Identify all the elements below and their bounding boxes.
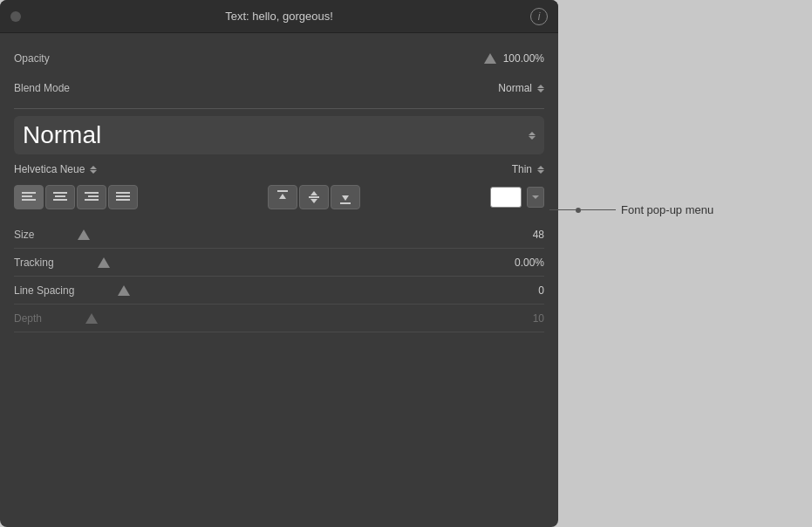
- svg-rect-9: [116, 192, 130, 194]
- size-label-area: Size: [14, 229, 90, 241]
- window-title: Text: hello, gorgeous!: [225, 10, 333, 23]
- font-weight-selector[interactable]: Thin: [512, 163, 544, 175]
- info-button[interactable]: i: [530, 8, 548, 25]
- line-spacing-value: 0: [538, 284, 544, 297]
- valign-bottom-icon: [338, 190, 352, 204]
- svg-rect-14: [309, 196, 319, 198]
- blend-mode-label: Blend Mode: [14, 82, 70, 94]
- svg-rect-2: [22, 199, 36, 201]
- align-justify-icon: [116, 191, 130, 203]
- font-family-arrow-down: [90, 170, 97, 174]
- svg-rect-10: [116, 195, 130, 197]
- depth-label-area: Depth: [14, 312, 98, 325]
- svg-rect-3: [53, 192, 67, 194]
- valign-middle-icon: [307, 190, 321, 204]
- alignment-row: [14, 184, 544, 210]
- font-weight-value: Thin: [512, 163, 532, 175]
- font-style-arrow-down: [529, 136, 536, 140]
- font-style-arrows[interactable]: [529, 132, 536, 140]
- font-style-value: Normal: [23, 121, 101, 149]
- svg-marker-18: [342, 195, 349, 201]
- font-family-arrows: [90, 166, 97, 174]
- svg-rect-6: [85, 192, 99, 194]
- depth-label: Depth: [14, 312, 42, 325]
- annotation-text: Font pop-up menu: [621, 203, 713, 216]
- svg-rect-17: [340, 202, 351, 204]
- tracking-value: 0.00%: [515, 257, 544, 269]
- color-swatch[interactable]: [490, 187, 522, 208]
- svg-rect-7: [88, 195, 99, 197]
- font-weight-arrows: [537, 166, 544, 174]
- font-family-name: Helvetica Neue: [14, 163, 85, 175]
- size-slider-handle[interactable]: [78, 229, 90, 240]
- blend-mode-select[interactable]: Normal: [498, 82, 544, 94]
- font-style-arrow-up: [529, 132, 536, 135]
- valign-top-button[interactable]: [268, 185, 297, 209]
- blend-mode-arrow-up: [537, 85, 544, 88]
- divider-1: [14, 108, 544, 109]
- svg-rect-11: [116, 199, 130, 201]
- font-family-selector[interactable]: Helvetica Neue: [14, 163, 97, 175]
- opacity-label: Opacity: [14, 52, 50, 65]
- blend-mode-row: Blend Mode Normal: [14, 75, 544, 101]
- title-bar: Text: hello, gorgeous! i: [0, 0, 558, 33]
- tracking-label-area: Tracking: [14, 257, 110, 269]
- annotation-line-right: [581, 209, 616, 210]
- svg-rect-4: [55, 195, 65, 197]
- traffic-light-close[interactable]: [10, 11, 21, 22]
- opacity-value: 100.00%: [503, 52, 544, 65]
- align-left-button[interactable]: [14, 185, 44, 209]
- font-family-arrow-up: [90, 166, 97, 169]
- svg-marker-16: [310, 199, 317, 203]
- line-spacing-label-area: Line Spacing: [14, 284, 130, 297]
- line-spacing-slider-handle[interactable]: [118, 285, 130, 296]
- depth-slider-handle[interactable]: [85, 313, 98, 324]
- svg-rect-0: [22, 192, 36, 194]
- text-alignment-buttons: [14, 185, 138, 209]
- svg-rect-12: [277, 190, 288, 192]
- opacity-slider-handle[interactable]: [484, 53, 496, 64]
- size-row: Size 48: [14, 221, 544, 249]
- align-center-icon: [53, 191, 67, 203]
- panel-content: Opacity 100.00% Blend Mode Normal Normal: [0, 33, 558, 346]
- inspector-panel: Text: hello, gorgeous! i Opacity 100.00%…: [0, 0, 558, 527]
- depth-value: 10: [533, 312, 544, 325]
- line-spacing-row: Line Spacing 0: [14, 277, 544, 305]
- svg-rect-8: [85, 199, 99, 201]
- valign-middle-button[interactable]: [299, 185, 329, 209]
- svg-marker-15: [310, 191, 317, 195]
- color-picker-row: [490, 187, 544, 208]
- svg-marker-13: [279, 194, 286, 199]
- font-style-row: Normal: [14, 116, 544, 154]
- align-left-icon: [22, 191, 36, 203]
- svg-rect-5: [53, 199, 67, 201]
- size-label: Size: [14, 229, 34, 241]
- opacity-row: Opacity 100.00%: [14, 45, 544, 72]
- align-right-button[interactable]: [77, 185, 106, 209]
- tracking-slider-handle[interactable]: [98, 257, 110, 268]
- depth-row: Depth 10: [14, 305, 544, 332]
- color-dropdown-arrow: [532, 195, 539, 199]
- font-weight-arrow-down: [537, 170, 544, 174]
- blend-mode-value: Normal: [498, 82, 532, 94]
- color-dropdown-button[interactable]: [527, 187, 544, 208]
- align-right-icon: [85, 191, 99, 203]
- annotation-container: Font pop-up menu: [549, 203, 713, 216]
- tracking-label: Tracking: [14, 257, 54, 269]
- blend-mode-arrow-down: [537, 89, 544, 92]
- font-family-row: Helvetica Neue Thin: [14, 163, 544, 175]
- size-value: 48: [533, 229, 544, 241]
- tracking-row: Tracking 0.00%: [14, 249, 544, 277]
- svg-rect-1: [22, 195, 32, 197]
- vertical-alignment-buttons: [268, 185, 360, 209]
- align-center-button[interactable]: [45, 185, 75, 209]
- annotation-line-left: [549, 209, 576, 210]
- align-justify-button[interactable]: [108, 185, 138, 209]
- valign-bottom-button[interactable]: [331, 185, 360, 209]
- line-spacing-label: Line Spacing: [14, 284, 74, 297]
- font-weight-arrow-up: [537, 166, 544, 169]
- blend-mode-arrows: [537, 85, 544, 92]
- valign-top-icon: [276, 190, 290, 204]
- opacity-control: 100.00%: [484, 52, 544, 65]
